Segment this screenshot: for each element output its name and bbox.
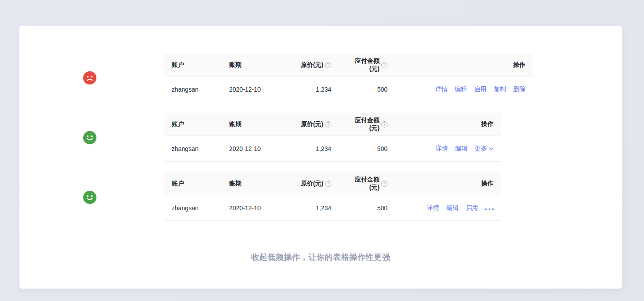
help-icon[interactable]: ? — [325, 121, 331, 127]
cell-period: 2020-12-10 — [222, 145, 284, 152]
cell-actions: 详情 编辑 启用 — [395, 204, 501, 212]
col-header-period: 账期 — [222, 180, 284, 188]
col-header-actions: 操作 — [395, 120, 501, 128]
guideline-card: 账户 账期 原价(元) ? 应付金额(元) ? 操作 zhangsan 2020… — [19, 26, 622, 289]
action-more[interactable]: 更多 — [475, 145, 494, 153]
action-copy[interactable]: 复制 — [494, 85, 506, 93]
col-header-actions: 操作 — [395, 180, 501, 188]
col-header-amount: 应付金额(元) ? — [338, 176, 395, 192]
col-header-price: 原价(元) ? — [284, 180, 338, 188]
cell-account: zhangsan — [165, 86, 222, 93]
cell-actions: 详情 编辑 启用 复制 删除 — [395, 85, 533, 93]
col-header-amount: 应付金额(元) ? — [338, 116, 395, 132]
table-header: 账户 账期 原价(元) ? 应付金额(元) ? 操作 — [165, 113, 501, 136]
page-background: 账户 账期 原价(元) ? 应付金额(元) ? 操作 zhangsan 2020… — [0, 0, 644, 301]
cell-price: 1,234 — [284, 86, 338, 93]
cell-price: 1,234 — [284, 145, 338, 152]
col-header-account: 账户 — [165, 120, 222, 128]
action-enable[interactable]: 启用 — [466, 204, 478, 212]
col-header-period: 账期 — [222, 61, 284, 69]
table-header: 账户 账期 原价(元) ? 应付金额(元) ? 操作 — [165, 54, 533, 77]
cell-period: 2020-12-10 — [222, 86, 284, 93]
smiley-face-icon — [83, 131, 96, 144]
help-icon[interactable]: ? — [381, 62, 387, 68]
table-row: zhangsan 2020-12-10 1,234 500 详情 编辑 启用 — [165, 195, 501, 221]
action-detail[interactable]: 详情 — [436, 145, 448, 153]
guideline-caption: 收起低频操作，让你的表格操作性更强 — [19, 252, 622, 262]
data-table: 账户 账期 原价(元) ? 应付金额(元) ? 操作 zhangsan 2020… — [165, 54, 533, 102]
col-header-period: 账期 — [222, 120, 284, 128]
action-detail[interactable]: 详情 — [427, 204, 439, 212]
help-icon[interactable]: ? — [325, 181, 331, 187]
action-enable[interactable]: 启用 — [474, 85, 487, 93]
cell-amount: 500 — [338, 86, 395, 93]
data-table: 账户 账期 原价(元) ? 应付金额(元) ? 操作 zhangsan 2020… — [165, 113, 501, 162]
cell-price: 1,234 — [284, 205, 338, 212]
chevron-down-icon — [489, 147, 494, 150]
help-icon[interactable]: ? — [381, 181, 387, 187]
cell-actions: 详情 编辑 更多 — [395, 145, 501, 153]
action-edit[interactable]: 编辑 — [455, 85, 467, 93]
cell-amount: 500 — [338, 205, 395, 212]
ellipsis-icon[interactable] — [485, 206, 494, 210]
cell-account: zhangsan — [165, 205, 222, 212]
col-header-price: 原价(元) ? — [284, 120, 338, 128]
col-header-account: 账户 — [165, 180, 222, 188]
col-header-actions: 操作 — [395, 61, 533, 69]
action-delete[interactable]: 删除 — [513, 85, 525, 93]
help-icon[interactable]: ? — [325, 62, 331, 68]
help-icon[interactable]: ? — [381, 121, 387, 127]
action-detail[interactable]: 详情 — [435, 85, 448, 93]
data-table: 账户 账期 原价(元) ? 应付金额(元) ? 操作 zhangsan 2020… — [165, 172, 501, 221]
table-row: zhangsan 2020-12-10 1,234 500 详情 编辑 启用 复… — [165, 77, 533, 102]
table-row: zhangsan 2020-12-10 1,234 500 详情 编辑 更多 — [165, 136, 501, 162]
sad-face-icon — [83, 71, 96, 85]
col-header-amount: 应付金额(元) ? — [338, 57, 395, 73]
cell-amount: 500 — [338, 145, 395, 152]
col-header-account: 账户 — [165, 61, 222, 69]
action-edit[interactable]: 编辑 — [455, 145, 468, 153]
action-edit[interactable]: 编辑 — [446, 204, 459, 212]
col-header-price: 原价(元) ? — [284, 61, 338, 69]
cell-account: zhangsan — [165, 145, 222, 152]
table-header: 账户 账期 原价(元) ? 应付金额(元) ? 操作 — [165, 172, 501, 195]
smiley-face-icon — [83, 191, 96, 204]
cell-period: 2020-12-10 — [222, 205, 284, 212]
